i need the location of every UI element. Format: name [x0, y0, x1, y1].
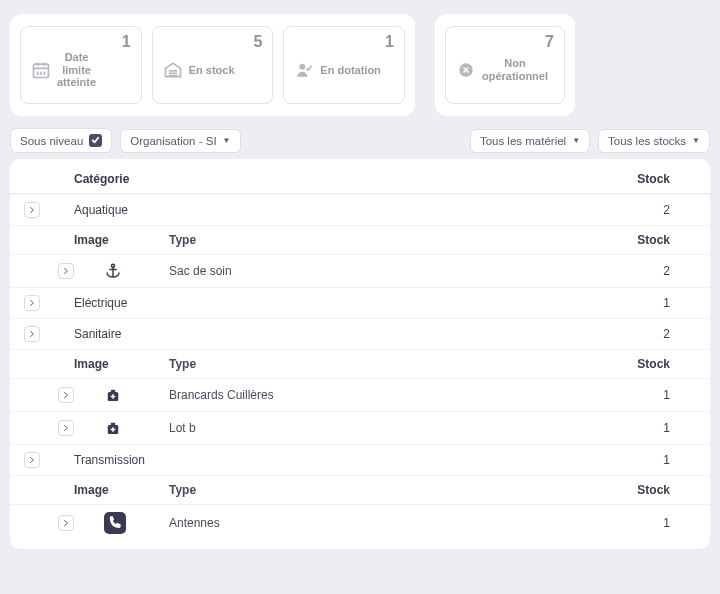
- expand-toggle[interactable]: [24, 202, 40, 218]
- calendar-icon: [31, 60, 51, 80]
- caret-down-icon: ▼: [223, 136, 231, 145]
- expand-toggle[interactable]: [24, 295, 40, 311]
- col-categorie: Catégorie: [74, 172, 169, 186]
- card-en-dotation[interactable]: 1 En dotation: [283, 26, 405, 104]
- expand-toggle[interactable]: [58, 387, 74, 403]
- category-row: Sanitaire2: [10, 318, 710, 349]
- card-label: Non opérationnel: [482, 57, 548, 82]
- materiel-dropdown[interactable]: Tous les matériel ▼: [470, 129, 590, 153]
- inventory-table: Catégorie Stock Aquatique2ImageTypeStock…: [10, 159, 710, 549]
- col-stock: Stock: [449, 357, 696, 371]
- col-stock: Stock: [449, 233, 696, 247]
- x-circle-icon: [456, 60, 476, 80]
- organisation-label: Organisation - SI: [130, 135, 216, 147]
- item-type: Lot b: [169, 421, 449, 435]
- card-date-limite[interactable]: 1 Date limite atteinte: [20, 26, 142, 104]
- child-header-row: ImageTypeStock: [10, 475, 710, 504]
- col-type: Type: [169, 483, 449, 497]
- item-row: Antennes1: [10, 504, 710, 541]
- caret-down-icon: ▼: [692, 136, 700, 145]
- child-header-row: ImageTypeStock: [10, 225, 710, 254]
- col-image: Image: [74, 233, 169, 247]
- item-type: Brancards Cuillères: [169, 388, 449, 402]
- item-image: [104, 512, 169, 534]
- warehouse-icon: [163, 60, 183, 80]
- item-stock: 2: [449, 264, 696, 278]
- table-header-row: Catégorie Stock: [10, 165, 710, 194]
- card-label: En dotation: [320, 64, 381, 77]
- card-count: 1: [122, 33, 131, 51]
- item-type: Antennes: [169, 516, 449, 530]
- card-count: 5: [253, 33, 262, 51]
- filter-row: Sous niveau Organisation - SI ▼ Tous les…: [10, 128, 710, 153]
- sous-niveau-label: Sous niveau: [20, 135, 83, 147]
- medkit-icon: [104, 419, 122, 437]
- card-non-operationnel[interactable]: 7 Non opérationnel: [445, 26, 565, 104]
- item-stock: 1: [449, 516, 696, 530]
- sous-niveau-toggle[interactable]: Sous niveau: [10, 128, 112, 153]
- category-name: Sanitaire: [74, 327, 169, 341]
- checkbox-checked-icon: [89, 134, 102, 147]
- person-check-icon: [294, 60, 314, 80]
- card-en-stock[interactable]: 5 En stock: [152, 26, 274, 104]
- status-card-group-left: 1 Date limite atteinte 5 En stock 1 En d…: [10, 14, 415, 116]
- category-name: Aquatique: [74, 203, 169, 217]
- category-name: Eléctrique: [74, 296, 169, 310]
- category-stock: 1: [449, 453, 696, 467]
- category-stock: 2: [449, 203, 696, 217]
- card-count: 1: [385, 33, 394, 51]
- card-count: 7: [545, 33, 554, 51]
- child-header-row: ImageTypeStock: [10, 349, 710, 378]
- status-cards-row: 1 Date limite atteinte 5 En stock 1 En d…: [10, 14, 710, 116]
- item-row: Brancards Cuillères1: [10, 378, 710, 411]
- item-type: Sac de soin: [169, 264, 449, 278]
- materiel-label: Tous les matériel: [480, 135, 566, 147]
- organisation-dropdown[interactable]: Organisation - SI ▼: [120, 129, 240, 153]
- col-type: Type: [169, 233, 449, 247]
- category-row: Aquatique2: [10, 194, 710, 225]
- phone-icon: [104, 512, 126, 534]
- col-image: Image: [74, 483, 169, 497]
- anchor-icon: [104, 262, 122, 280]
- col-image: Image: [74, 357, 169, 371]
- category-row: Eléctrique1: [10, 287, 710, 318]
- medkit-icon: [104, 386, 122, 404]
- item-image: [104, 419, 169, 437]
- card-label: En stock: [189, 64, 235, 77]
- card-label: Date limite atteinte: [57, 51, 96, 89]
- expand-toggle[interactable]: [58, 420, 74, 436]
- item-image: [104, 386, 169, 404]
- category-row: Transmission1: [10, 444, 710, 475]
- category-stock: 2: [449, 327, 696, 341]
- item-stock: 1: [449, 421, 696, 435]
- col-stock: Stock: [449, 483, 696, 497]
- category-stock: 1: [449, 296, 696, 310]
- stocks-dropdown[interactable]: Tous les stocks ▼: [598, 129, 710, 153]
- expand-toggle[interactable]: [58, 263, 74, 279]
- status-card-group-right: 7 Non opérationnel: [435, 14, 575, 116]
- item-stock: 1: [449, 388, 696, 402]
- expand-toggle[interactable]: [24, 452, 40, 468]
- stocks-label: Tous les stocks: [608, 135, 686, 147]
- item-row: Lot b1: [10, 411, 710, 444]
- col-type: Type: [169, 357, 449, 371]
- item-image: [104, 262, 169, 280]
- expand-toggle[interactable]: [24, 326, 40, 342]
- expand-toggle[interactable]: [58, 515, 74, 531]
- caret-down-icon: ▼: [572, 136, 580, 145]
- item-row: Sac de soin2: [10, 254, 710, 287]
- category-name: Transmission: [74, 453, 169, 467]
- col-stock: Stock: [449, 172, 696, 186]
